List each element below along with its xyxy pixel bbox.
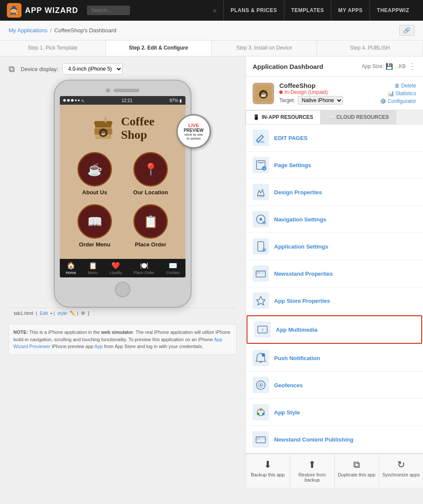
phone-home-btn[interactable]: [60, 277, 185, 302]
logo-icon: 🧙: [7, 3, 22, 18]
app-menu-grid: ☕ About Us 📍 Our Location 📖 Order Menu: [67, 152, 179, 248]
front-camera: [106, 88, 110, 93]
menu-item-geofences[interactable]: Geofences: [246, 372, 423, 399]
menu-item-design[interactable]: CSS Design Properties: [246, 179, 423, 206]
tab-loyalty[interactable]: ❤️ Loyalty: [109, 261, 122, 275]
menu-about-icon: ☕: [77, 152, 112, 187]
header-right: App Size: 💾 ...KB ⋮: [362, 62, 416, 71]
battery-icon: ▮: [179, 98, 182, 103]
app-style-icon: [253, 404, 269, 420]
svg-text:☕: ☕: [260, 91, 267, 97]
inapp-resources-tab[interactable]: 📱 IN-APP RESOURCES: [246, 110, 321, 124]
app-info-bar: ☕ CoffeeShop In-Design (Unpaid) Target: …: [246, 77, 423, 110]
style-link[interactable]: style: [57, 311, 67, 316]
tab-home[interactable]: 🏠 Home: [66, 261, 76, 275]
plans-nav-link[interactable]: PLANS & PRICES: [223, 0, 284, 21]
menu-item-navigation[interactable]: ⚙ Navigation Settings: [246, 206, 423, 233]
sync-button[interactable]: ↻ Synchronize apps: [379, 454, 423, 488]
step-4-label: PUBLISH: [368, 45, 390, 51]
menu-order[interactable]: 📖 Order Menu: [71, 204, 118, 248]
breadcrumb-link[interactable]: My Applications: [9, 27, 47, 34]
tab-menu[interactable]: 📋 Menu: [88, 261, 98, 275]
device-select[interactable]: 4.0-inch (iPhone 5) 3.5-inch (iPhone 4) …: [62, 63, 123, 75]
menu-location[interactable]: 📍 Our Location: [127, 152, 174, 196]
logo[interactable]: 🧙 APP WIZARD: [7, 3, 78, 18]
tab-contact-label: Contact: [166, 271, 179, 275]
main-wrapper: My Applications / CoffeeShop's Dashboard…: [0, 21, 423, 488]
app-title: Coffee Shop: [121, 113, 154, 142]
svg-rect-38: [256, 437, 260, 440]
push-icon: [253, 350, 269, 366]
breadcrumb-current: CoffeeShop's Dashboard: [54, 27, 117, 34]
tab1-bar: tab1.html | Edit ▪ | style ✏️ | ⚙ ]: [9, 308, 237, 319]
delete-link[interactable]: 🗑 Delete: [395, 83, 416, 89]
chart-icon: 📊: [388, 90, 394, 96]
menu-item-app-style[interactable]: App Style: [246, 399, 423, 426]
step-1-label: Pick Template: [46, 45, 77, 51]
app-store-link[interactable]: App: [94, 344, 103, 349]
menu-item-app-settings[interactable]: ⚙ Application Settings: [246, 233, 423, 260]
push-label: Push Notification: [274, 355, 320, 361]
menu-item-multimedia[interactable]: ♪ App Multimedia: [247, 315, 422, 344]
cloud-resources-tab[interactable]: ☁️ CLOUD RESOURCES: [321, 110, 396, 124]
svg-text:⚙: ⚙: [263, 167, 266, 170]
myapps-nav-link[interactable]: MY APPS: [331, 0, 370, 21]
wifi-icon: ∿: [81, 98, 84, 103]
user-nav-link[interactable]: THEAPPWIZ: [370, 0, 416, 21]
menu-item-page-settings[interactable]: ⚙ Page Settings: [246, 152, 423, 179]
tab1-filename: tab1.html: [14, 311, 33, 316]
note-text3: from App Store and log in with your cred…: [104, 344, 204, 349]
note-label: NOTE:: [13, 330, 28, 335]
appstore-label: App Store Properties: [274, 298, 330, 304]
tab-placeorder[interactable]: 🍽️ Place Order: [134, 261, 154, 275]
newsstand-label: Newsstand Properties: [274, 271, 333, 277]
signal-dot: [63, 99, 66, 102]
menu-item-newstand-content[interactable]: Newstand Content Publishing: [246, 426, 423, 453]
home-nav-link[interactable]: ⌂: [206, 0, 223, 21]
svg-rect-12: [258, 162, 264, 163]
tab-menu-label: Menu: [88, 271, 98, 275]
templates-nav-link[interactable]: TEMPLATES: [284, 0, 331, 21]
device-label: Device display:: [21, 66, 58, 72]
menu-about[interactable]: ☕ About Us: [71, 152, 118, 196]
link-icon-button[interactable]: 🔗: [399, 25, 414, 36]
tab-home-label: Home: [66, 271, 76, 275]
step-4[interactable]: Step 4. PUBLISH: [317, 40, 423, 56]
newstand-content-label: Newstand Content Publishing: [274, 436, 353, 443]
step-3[interactable]: Step 3. Install on Device: [212, 40, 318, 56]
menu-item-push[interactable]: Push Notification: [246, 345, 423, 372]
geofences-label: Geofences: [274, 382, 303, 389]
duplicate-button[interactable]: ⧉ Duplicate this app: [335, 454, 379, 488]
phone-top: [60, 86, 185, 96]
settings-icon[interactable]: ⚙: [81, 311, 85, 316]
phone-icon: 📱: [253, 114, 259, 120]
breadcrumb-separator: /: [50, 27, 52, 34]
menu-place[interactable]: 📋 Place Order: [127, 204, 174, 248]
step-2[interactable]: Step 2. Edit & Configure: [106, 40, 212, 56]
search-input[interactable]: [87, 6, 130, 15]
right-panel: Application Dashboard App Size: 💾 ...KB …: [245, 56, 423, 488]
device-icon: ⧉: [9, 64, 15, 74]
dashboard-title: Application Dashboard: [253, 63, 323, 70]
menu-item-appstore[interactable]: App Store Properties: [246, 287, 423, 314]
app-style-label: App Style: [274, 409, 300, 416]
configurator-link[interactable]: ⚙️ Configurator: [380, 98, 416, 104]
menu-item-edit-pages[interactable]: CSS EDIT PAGES: [246, 124, 423, 152]
more-options-button[interactable]: ⋮: [408, 62, 416, 71]
statistics-link[interactable]: 📊 Statistics: [388, 90, 416, 96]
tab-contact[interactable]: ✉️ Contact: [166, 261, 179, 275]
logo-text: APP WIZARD: [25, 6, 78, 15]
menu-item-newsstand[interactable]: Newsstand Properties: [246, 260, 423, 287]
svg-point-36: [257, 413, 259, 415]
target-select[interactable]: Native iPhone Android: [298, 96, 343, 105]
edit-link[interactable]: Edit: [40, 311, 48, 316]
restore-icon: ⬆: [308, 459, 316, 470]
restore-label: Restore from backup: [293, 472, 331, 482]
step-1[interactable]: Step 1. Pick Template: [0, 40, 106, 56]
phone-speaker: [114, 89, 139, 92]
backup-button[interactable]: ⬇ Backup this app: [246, 454, 290, 488]
tab-placeorder-icon: 🍽️: [140, 261, 148, 270]
restore-button[interactable]: ⬆ Restore from backup: [290, 454, 334, 488]
live-preview-badge[interactable]: LIVE PREVIEW click to see in action: [176, 114, 211, 149]
svg-rect-39: [261, 437, 266, 440]
